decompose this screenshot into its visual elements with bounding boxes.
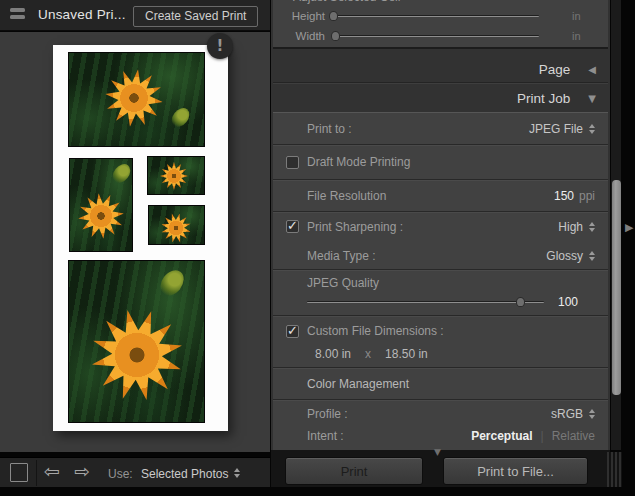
- profile-row: Profile : sRGB: [273, 400, 608, 424]
- custom-dimensions-label: Custom File Dimensions :: [307, 324, 444, 338]
- width-slider-track[interactable]: [331, 35, 539, 37]
- custom-dimensions-checkbox[interactable]: ✓: [286, 325, 299, 338]
- flower-graphic: [101, 65, 167, 131]
- media-type-row: Media Type : Glossy: [273, 241, 608, 270]
- print-to-dropdown[interactable]: JPEG File: [529, 122, 595, 136]
- color-management-label: Color Management: [307, 377, 409, 391]
- custom-dimensions-group: ✓ Custom File Dimensions : 8.00 in x 18.…: [273, 315, 608, 367]
- action-bar: ▼ Print Print to File...: [271, 450, 610, 487]
- jpeg-quality-label: JPEG Quality: [307, 276, 379, 290]
- stepper-icon: [589, 251, 595, 261]
- previous-photo-arrow-icon[interactable]: ⇦: [44, 460, 60, 482]
- custom-height-field[interactable]: 18.50 in: [385, 347, 428, 361]
- width-slider[interactable]: [331, 31, 539, 41]
- cells-panel-card: Adjust Selected Cell Height in Width in: [273, 0, 608, 49]
- panel-collapse-icon[interactable]: ▼: [434, 447, 441, 457]
- width-slider-row: Width in: [273, 27, 608, 45]
- print-sharpening-checkbox[interactable]: ✓: [286, 220, 299, 233]
- draft-mode-checkbox[interactable]: [286, 156, 299, 169]
- file-resolution-unit: ppi: [579, 189, 595, 203]
- dimensions-values-row: 8.00 in x 18.50 in: [273, 343, 608, 365]
- use-selector-value: Selected Photos: [141, 467, 228, 481]
- print-to-file-button[interactable]: Print to File...: [443, 457, 588, 485]
- preview-top-toolbar: Unsaved Pri... Create Saved Print: [0, 0, 270, 31]
- flower-bud-graphic: [156, 266, 189, 300]
- jpeg-quality-value: 100: [558, 295, 578, 309]
- print-to-label: Print to :: [307, 122, 352, 136]
- height-slider-track[interactable]: [331, 15, 539, 17]
- use-label: Use:: [108, 467, 133, 481]
- corner-grip-texture: [607, 452, 622, 487]
- checkmark-icon: ✓: [287, 323, 298, 338]
- photo-cell-3[interactable]: [147, 156, 205, 195]
- page-panel-header[interactable]: Page ◀: [271, 56, 610, 82]
- panel-reveal-icon[interactable]: ▶: [625, 221, 633, 234]
- intent-options-divider: |: [541, 429, 544, 443]
- height-label: Height: [287, 10, 325, 22]
- file-resolution-value[interactable]: 150: [554, 189, 574, 203]
- preview-bottom-toolbar: ⇦ ⇨ Use: Selected Photos: [0, 457, 270, 487]
- print-sharpening-row: ✓ Print Sharpening : High: [273, 212, 608, 241]
- jpeg-quality-slider-thumb[interactable]: [516, 297, 525, 307]
- height-slider-thumb[interactable]: [329, 11, 338, 21]
- jpeg-quality-group: JPEG Quality 100: [273, 269, 608, 315]
- profile-label: Profile :: [307, 407, 348, 421]
- stepper-icon: [589, 222, 595, 232]
- media-type-dropdown[interactable]: Glossy: [546, 249, 595, 263]
- collapse-left-icon: ◀: [588, 64, 596, 75]
- width-slider-thumb[interactable]: [331, 31, 340, 41]
- custom-dimensions-row: ✓ Custom File Dimensions :: [273, 316, 608, 343]
- cells-clipped-heading: Adjust Selected Cell: [273, 0, 608, 5]
- intent-option-perceptual[interactable]: Perceptual: [471, 429, 532, 443]
- jpeg-quality-slider[interactable]: [307, 297, 544, 307]
- color-management-group: Profile : sRGB Intent : Perceptual | Rel…: [273, 399, 608, 451]
- photo-cell-1[interactable]: [68, 52, 205, 147]
- custom-width-field[interactable]: 8.00 in: [315, 347, 351, 361]
- photo-cell-5[interactable]: [68, 260, 205, 423]
- intent-label: Intent :: [307, 429, 344, 443]
- profile-dropdown[interactable]: sRGB: [551, 407, 595, 421]
- print-job-card: Print to : JPEG File Draft Mode Printing…: [273, 112, 608, 450]
- photo-cell-2[interactable]: [69, 158, 133, 252]
- print-sharpening-dropdown[interactable]: High: [558, 220, 595, 234]
- height-slider-row: Height in: [273, 7, 608, 25]
- stepper-icon: [589, 124, 595, 134]
- color-management-row: Color Management: [273, 367, 608, 399]
- flower-graphic: [158, 210, 194, 245]
- jpeg-quality-slider-track[interactable]: [307, 301, 544, 303]
- document-title: Unsaved Pri...: [38, 7, 126, 22]
- print-preview-area: !: [0, 32, 270, 452]
- stepper-icon: [234, 468, 240, 478]
- checkmark-icon: ✓: [287, 218, 298, 233]
- sharpening-group: ✓ Print Sharpening : High Media Type : G…: [273, 211, 608, 269]
- intent-option-relative[interactable]: Relative: [552, 429, 595, 443]
- page-header-label: Page: [539, 62, 571, 77]
- photo-cell-4[interactable]: [148, 205, 205, 245]
- create-saved-print-button[interactable]: Create Saved Print: [133, 6, 258, 27]
- panel-divider: [273, 82, 608, 84]
- flower-bud-graphic: [109, 161, 133, 187]
- print-button[interactable]: Print: [285, 457, 423, 485]
- flower-graphic: [76, 191, 127, 242]
- media-type-label: Media Type :: [307, 249, 375, 263]
- file-resolution-label: File Resolution: [307, 189, 386, 203]
- panel-scrollbar-thumb[interactable]: [612, 180, 621, 395]
- page-warning-icon[interactable]: !: [207, 33, 233, 59]
- next-photo-arrow-icon[interactable]: ⇨: [74, 460, 90, 482]
- collapse-down-icon: ▼: [588, 93, 596, 104]
- draft-mode-label: Draft Mode Printing: [307, 155, 410, 169]
- file-resolution-row: File Resolution 150 ppi: [273, 179, 608, 211]
- flower-bud-graphic: [168, 105, 193, 131]
- height-unit: in: [572, 10, 581, 22]
- print-job-panel-header[interactable]: Print Job ▼: [271, 85, 610, 111]
- height-slider[interactable]: [331, 11, 539, 21]
- toolbar-checkbox[interactable]: [10, 463, 28, 482]
- page-preview: [53, 45, 228, 431]
- panel-scrollbar-track[interactable]: [611, 0, 621, 450]
- width-label: Width: [287, 30, 325, 42]
- toolbar-divider: [36, 460, 37, 486]
- draft-mode-row: Draft Mode Printing: [273, 144, 608, 179]
- stepper-icon: [589, 409, 595, 419]
- print-sharpening-label: Print Sharpening :: [307, 220, 403, 234]
- use-selector[interactable]: Selected Photos: [141, 467, 240, 481]
